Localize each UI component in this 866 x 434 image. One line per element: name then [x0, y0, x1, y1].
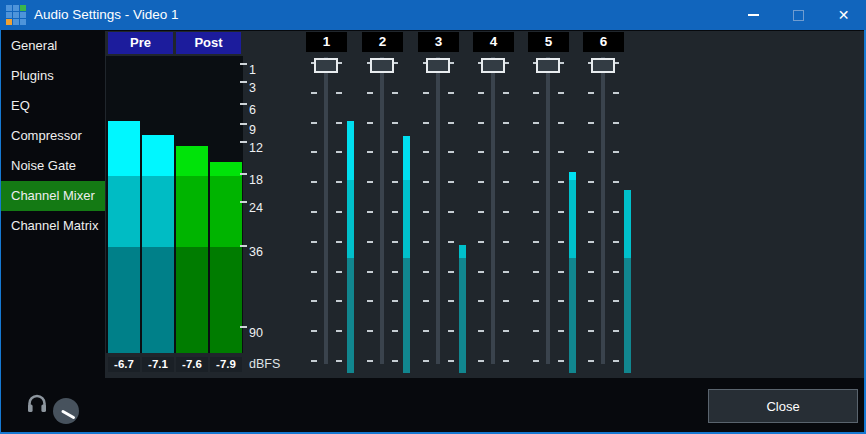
fader-tick — [588, 92, 594, 94]
fader-tick — [311, 360, 317, 362]
fader-tick — [423, 211, 429, 213]
channel-meter-1 — [347, 180, 354, 258]
headphones-volume-knob[interactable] — [53, 398, 79, 424]
fader-tick — [503, 330, 509, 332]
window-title: Audio Settings - Video 1 — [34, 0, 179, 30]
sidebar-item-general[interactable]: General — [1, 31, 105, 61]
fader-tick — [336, 92, 342, 94]
fader-tick — [311, 300, 317, 302]
channel-meter-2 — [403, 258, 410, 373]
sidebar-item-noise-gate[interactable]: Noise Gate — [1, 151, 105, 181]
sidebar-item-eq[interactable]: EQ — [1, 91, 105, 121]
fader-handle-5[interactable] — [536, 58, 560, 73]
fader-tick — [392, 300, 398, 302]
fader-handle-1[interactable] — [314, 58, 338, 73]
channel-meter-5 — [569, 172, 576, 180]
fader-handle-3[interactable] — [426, 58, 450, 73]
sidebar-item-plugins[interactable]: Plugins — [1, 61, 105, 91]
fader-tick — [392, 92, 398, 94]
fader-tick — [613, 241, 619, 243]
sidebar-item-channel-matrix[interactable]: Channel Matrix — [1, 211, 105, 241]
fader-tick — [503, 181, 509, 183]
sidebar-item-channel-mixer[interactable]: Channel Mixer — [1, 181, 105, 211]
post-meter-bar — [176, 247, 208, 353]
fader-tick — [478, 330, 484, 332]
fader-tick — [478, 211, 484, 213]
scale-tick — [240, 173, 247, 175]
vmix-app-icon — [6, 5, 26, 25]
fader-tick — [367, 92, 373, 94]
scale-tick — [240, 103, 247, 105]
fader-tick — [613, 360, 619, 362]
fader-tick — [558, 151, 564, 153]
headphones-icon — [26, 394, 48, 418]
fader-track-2[interactable] — [380, 57, 384, 364]
fader-track-1[interactable] — [324, 57, 328, 364]
scale-tick — [240, 245, 247, 247]
fader-tick — [392, 181, 398, 183]
fader-tick — [503, 151, 509, 153]
fader-tick — [448, 92, 454, 94]
fader-tick — [392, 271, 398, 273]
close-icon: ✕ — [838, 8, 850, 22]
fader-tick — [311, 92, 317, 94]
scale-label: 36 — [249, 244, 263, 260]
channel-meter-6 — [624, 258, 631, 373]
fader-tick — [613, 181, 619, 183]
fader-tick — [367, 360, 373, 362]
fader-tick — [478, 360, 484, 362]
pre-meter-bar — [142, 176, 174, 247]
fader-tick — [423, 122, 429, 124]
scale-tick — [240, 123, 247, 125]
fader-tick — [503, 271, 509, 273]
fader-tick — [367, 330, 373, 332]
fader-handle-2[interactable] — [370, 58, 394, 73]
scale-label: 24 — [249, 200, 263, 216]
fader-tick — [367, 122, 373, 124]
sidebar-item-compressor[interactable]: Compressor — [1, 121, 105, 151]
fader-tick — [478, 92, 484, 94]
window-close-button[interactable]: ✕ — [821, 0, 866, 30]
fader-tick — [558, 241, 564, 243]
pre-meter-bar — [142, 247, 174, 353]
fader-handle-4[interactable] — [481, 58, 505, 73]
fader-tick — [533, 241, 539, 243]
close-button[interactable]: Close — [708, 389, 858, 423]
channel-header-2: 2 — [362, 32, 403, 52]
fader-tick — [367, 211, 373, 213]
scale-tick — [240, 63, 247, 65]
fader-tick — [558, 271, 564, 273]
fader-tick — [423, 300, 429, 302]
fader-tick — [423, 330, 429, 332]
fader-tick — [533, 360, 539, 362]
channel-meter-5 — [569, 258, 576, 373]
scale-label: 3 — [249, 80, 256, 96]
fader-handle-6[interactable] — [591, 58, 615, 73]
minimize-button[interactable] — [731, 0, 776, 30]
fader-tick — [311, 211, 317, 213]
fader-track-6[interactable] — [601, 57, 605, 364]
fader-tick — [448, 300, 454, 302]
fader-tick — [588, 360, 594, 362]
titlebar: Audio Settings - Video 1 ✕ — [0, 0, 866, 30]
fader-tick — [423, 241, 429, 243]
pre-meter-bar — [142, 135, 174, 176]
fader-tick — [448, 241, 454, 243]
maximize-button — [776, 0, 821, 30]
fader-tick — [448, 122, 454, 124]
fader-track-5[interactable] — [546, 57, 550, 364]
fader-tick — [448, 181, 454, 183]
post-meter-bar — [210, 247, 242, 353]
fader-tick — [311, 151, 317, 153]
fader-track-3[interactable] — [436, 57, 440, 364]
fader-track-4[interactable] — [491, 57, 495, 364]
fader-tick — [533, 92, 539, 94]
scale-label: 9 — [249, 122, 256, 138]
fader-tick — [558, 360, 564, 362]
fader-tick — [558, 211, 564, 213]
fader-tick — [336, 241, 342, 243]
fader-tick — [533, 122, 539, 124]
scale-label: 18 — [249, 172, 263, 188]
fader-tick — [448, 211, 454, 213]
fader-tick — [311, 181, 317, 183]
